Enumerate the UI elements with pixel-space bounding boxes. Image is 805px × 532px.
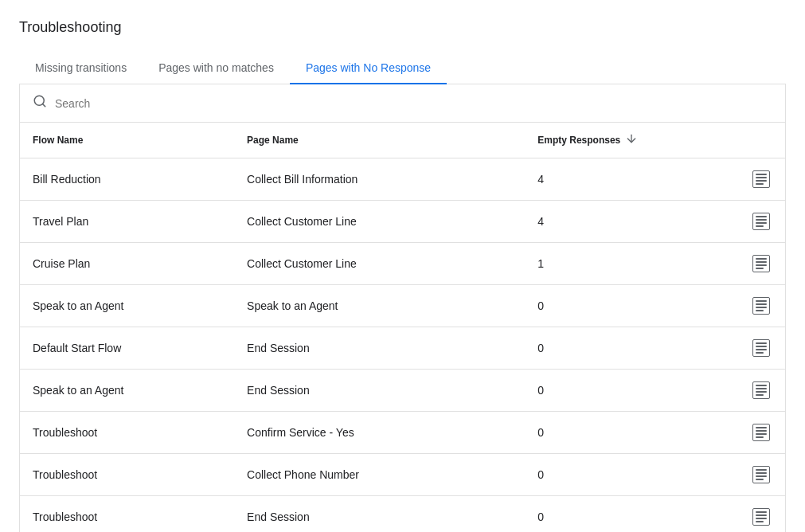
col-header-empty-responses[interactable]: Empty Responses xyxy=(525,123,662,158)
cell-flow-name: Troubleshoot xyxy=(20,412,234,454)
col-header-page-name: Page Name xyxy=(234,123,525,158)
table-row: TroubleshootCollect Phone Number0 xyxy=(20,454,785,496)
cell-action xyxy=(662,243,785,285)
cell-empty-responses: 4 xyxy=(525,158,662,201)
cell-page-name: Collect Bill Information xyxy=(234,158,525,201)
empty-responses-label: Empty Responses xyxy=(537,135,620,146)
cell-empty-responses: 0 xyxy=(525,370,662,412)
row-detail-icon[interactable] xyxy=(750,421,772,444)
cell-empty-responses: 4 xyxy=(525,201,662,243)
svg-line-1 xyxy=(42,104,45,106)
cell-page-name: Speak to an Agent xyxy=(234,285,525,327)
row-detail-icon[interactable] xyxy=(750,252,772,275)
col-header-flow-name: Flow Name xyxy=(20,123,234,158)
table-row: Speak to an AgentSpeak to an Agent0 xyxy=(20,285,785,327)
cell-flow-name: Default Start Flow xyxy=(20,327,234,370)
cell-flow-name: Cruise Plan xyxy=(20,243,234,285)
row-detail-icon[interactable] xyxy=(750,210,772,233)
content-box: Flow Name Page Name Empty Responses xyxy=(19,84,786,532)
cell-page-name: Collect Customer Line xyxy=(234,243,525,285)
col-header-action xyxy=(662,123,785,158)
list-detail-icon xyxy=(752,213,770,230)
table-row: Cruise PlanCollect Customer Line1 xyxy=(20,243,785,285)
cell-action xyxy=(662,454,785,496)
cell-flow-name: Travel Plan xyxy=(20,201,234,243)
search-bar xyxy=(20,84,785,123)
list-detail-icon xyxy=(752,255,770,272)
row-detail-icon[interactable] xyxy=(750,168,772,190)
cell-flow-name: Speak to an Agent xyxy=(20,370,234,412)
cell-empty-responses: 0 xyxy=(525,327,662,370)
table-body: Bill ReductionCollect Bill Information4T… xyxy=(20,158,785,533)
cell-empty-responses: 0 xyxy=(525,496,662,533)
data-table: Flow Name Page Name Empty Responses xyxy=(20,123,785,532)
table-header-row: Flow Name Page Name Empty Responses xyxy=(20,123,785,158)
cell-page-name: End Session xyxy=(234,370,525,412)
cell-flow-name: Troubleshoot xyxy=(20,454,234,496)
row-detail-icon[interactable] xyxy=(750,337,772,359)
cell-action xyxy=(662,158,785,201)
cell-action xyxy=(662,412,785,454)
tabs-container: Missing transitions Pages with no matche… xyxy=(19,52,786,84)
list-detail-icon xyxy=(752,381,770,399)
cell-flow-name: Speak to an Agent xyxy=(20,285,234,327)
list-detail-icon xyxy=(752,297,770,315)
row-detail-icon[interactable] xyxy=(750,379,772,401)
cell-action xyxy=(662,285,785,327)
sort-down-icon[interactable] xyxy=(625,132,638,148)
cell-page-name: End Session xyxy=(234,496,525,533)
table-row: Speak to an AgentEnd Session0 xyxy=(20,370,785,412)
table-row: Bill ReductionCollect Bill Information4 xyxy=(20,158,785,201)
list-detail-icon xyxy=(752,424,770,441)
table-row: TroubleshootConfirm Service - Yes0 xyxy=(20,412,785,454)
cell-empty-responses: 0 xyxy=(525,285,662,327)
list-detail-icon xyxy=(752,170,770,188)
cell-page-name: End Session xyxy=(234,327,525,370)
cell-page-name: Collect Customer Line xyxy=(234,201,525,243)
table-row: Default Start FlowEnd Session0 xyxy=(20,327,785,370)
row-detail-icon[interactable] xyxy=(750,295,772,317)
list-detail-icon xyxy=(752,339,770,357)
cell-action xyxy=(662,201,785,243)
table-row: Travel PlanCollect Customer Line4 xyxy=(20,201,785,243)
cell-empty-responses: 1 xyxy=(525,243,662,285)
page-title: Troubleshooting xyxy=(19,19,786,36)
cell-page-name: Confirm Service - Yes xyxy=(234,412,525,454)
cell-empty-responses: 0 xyxy=(525,412,662,454)
tab-missing-transitions[interactable]: Missing transitions xyxy=(19,52,143,84)
tab-pages-no-matches[interactable]: Pages with no matches xyxy=(143,52,290,84)
cell-action xyxy=(662,370,785,412)
tab-pages-no-response[interactable]: Pages with No Response xyxy=(290,52,447,84)
row-detail-icon[interactable] xyxy=(750,506,772,528)
cell-flow-name: Bill Reduction xyxy=(20,158,234,201)
cell-empty-responses: 0 xyxy=(525,454,662,496)
cell-action xyxy=(662,496,785,533)
search-input[interactable] xyxy=(55,97,772,110)
search-icon xyxy=(33,94,47,112)
list-detail-icon xyxy=(752,466,770,483)
list-detail-icon xyxy=(752,508,770,526)
cell-action xyxy=(662,327,785,370)
cell-flow-name: Troubleshoot xyxy=(20,496,234,533)
cell-page-name: Collect Phone Number xyxy=(234,454,525,496)
table-row: TroubleshootEnd Session0 xyxy=(20,496,785,533)
row-detail-icon[interactable] xyxy=(750,464,772,486)
